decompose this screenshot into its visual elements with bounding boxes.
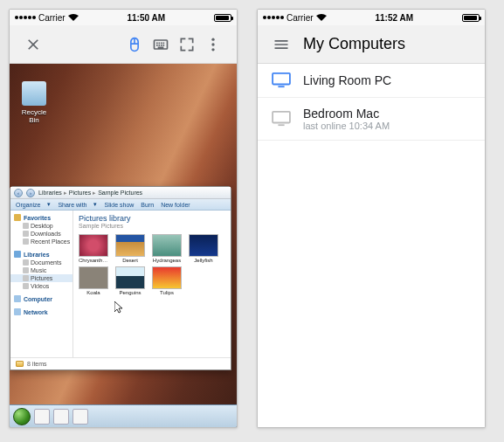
page-title: My Computers	[303, 35, 405, 53]
overflow-menu-icon[interactable]	[200, 31, 226, 58]
taskbar-item[interactable]	[53, 409, 69, 425]
nav-item[interactable]: Music	[10, 266, 72, 274]
remote-desktop-viewport[interactable]: Recycle Bin ‹ › Libraries▸ Pictures▸ Sam…	[10, 64, 237, 427]
nav-item[interactable]: Downloads	[10, 230, 72, 238]
library-subtitle: Sample Pictures	[79, 223, 225, 229]
explorer-statusbar: 8 items	[10, 357, 231, 369]
nav-back-icon[interactable]: ‹	[14, 189, 23, 197]
wifi-icon	[316, 14, 327, 21]
organize-menu[interactable]: Organize	[16, 202, 40, 208]
nav-group-libraries[interactable]: Libraries	[10, 251, 72, 259]
burn-button[interactable]: Burn	[141, 202, 154, 208]
computer-row[interactable]: Living Room PC	[258, 64, 485, 98]
status-bar: Carrier 11:50 AM	[10, 10, 237, 25]
explorer-titlebar[interactable]: ‹ › Libraries▸ Pictures▸ Sample Pictures	[10, 187, 231, 199]
carrier-label: Carrier	[287, 13, 314, 23]
mouse-icon[interactable]	[121, 31, 148, 58]
nav-item[interactable]: Documents	[10, 259, 72, 266]
nav-pane: Favorites Desktop Downloads Recent Place…	[10, 211, 73, 357]
keyboard-icon[interactable]	[148, 31, 174, 58]
svg-point-2	[211, 48, 214, 51]
nav-group-computer[interactable]: Computer	[10, 295, 72, 303]
thumb-tulips[interactable]: Tulips	[152, 266, 182, 295]
breadcrumb[interactable]: Libraries▸ Pictures▸ Sample Pictures	[38, 190, 142, 197]
content-pane[interactable]: Pictures library Sample Pictures Chrysan…	[73, 211, 231, 357]
signal-dots-icon	[263, 16, 284, 19]
computer-name: Bedroom Mac	[303, 107, 390, 121]
svg-rect-4	[278, 86, 284, 87]
nav-item[interactable]: Desktop	[10, 222, 72, 230]
nav-group-network[interactable]: Network	[10, 308, 72, 316]
nav-group-favorites[interactable]: Favorites	[10, 214, 72, 222]
svg-rect-3	[273, 73, 290, 85]
list-toolbar: My Computers	[258, 25, 485, 64]
thumb-desert[interactable]: Desert	[115, 234, 145, 263]
share-menu[interactable]: Share with	[58, 202, 86, 208]
phone-remote-session: Carrier 11:50 AM Recycle Bin	[9, 9, 238, 428]
recycle-bin-icon[interactable]: Recycle Bin	[17, 81, 52, 124]
thumb-hydrangeas[interactable]: Hydrangeas	[152, 234, 182, 263]
computers-list: Living Room PC Bedroom Mac last online 1…	[258, 64, 485, 427]
svg-rect-5	[273, 112, 290, 123]
phone-computer-list: Carrier 11:52 AM My Computers Living Roo…	[257, 9, 486, 428]
computer-icon	[272, 111, 291, 127]
nav-item[interactable]: Pictures	[10, 274, 72, 282]
computer-status: last online 10:34 AM	[303, 121, 390, 131]
cursor-icon	[114, 301, 123, 314]
signal-dots-icon	[15, 16, 36, 19]
start-button-icon[interactable]	[13, 408, 31, 425]
new-folder-button[interactable]: New folder	[161, 202, 190, 208]
svg-point-1	[211, 43, 214, 45]
carrier-label: Carrier	[38, 13, 66, 23]
close-icon[interactable]	[20, 31, 46, 58]
nav-item[interactable]: Videos	[10, 282, 72, 290]
slideshow-button[interactable]: Slide show	[104, 202, 134, 208]
taskbar-item[interactable]	[34, 409, 50, 425]
nav-item[interactable]: Recent Places	[10, 238, 72, 245]
clock: 11:50 AM	[128, 13, 166, 23]
session-toolbar	[10, 25, 237, 64]
thumb-koala[interactable]: Koala	[79, 266, 108, 295]
taskbar[interactable]	[10, 404, 237, 427]
battery-icon	[462, 14, 480, 22]
battery-icon	[214, 14, 231, 22]
clock: 11:52 AM	[376, 13, 414, 23]
wifi-icon	[68, 14, 79, 21]
thumb-penguins[interactable]: Penguins	[115, 266, 145, 295]
taskbar-item[interactable]	[72, 409, 88, 425]
thumb-chrysanthemum[interactable]: Chrysanthemum	[79, 234, 108, 263]
thumb-jellyfish[interactable]: Jellyfish	[189, 234, 218, 263]
folder-icon	[16, 361, 24, 367]
library-title: Pictures library	[79, 214, 225, 223]
svg-point-0	[211, 38, 214, 40]
explorer-toolbar: Organize▾ Share with▾ Slide show Burn Ne…	[10, 199, 231, 211]
svg-rect-6	[278, 124, 284, 126]
hamburger-menu-icon[interactable]	[268, 31, 294, 58]
computer-row[interactable]: Bedroom Mac last online 10:34 AM	[258, 98, 485, 141]
computer-name: Living Room PC	[303, 73, 391, 87]
nav-forward-icon[interactable]: ›	[26, 189, 35, 197]
explorer-window[interactable]: ‹ › Libraries▸ Pictures▸ Sample Pictures…	[10, 186, 231, 370]
status-bar: Carrier 11:52 AM	[258, 10, 485, 25]
computer-icon	[272, 73, 291, 88]
fullscreen-icon[interactable]	[174, 31, 200, 58]
